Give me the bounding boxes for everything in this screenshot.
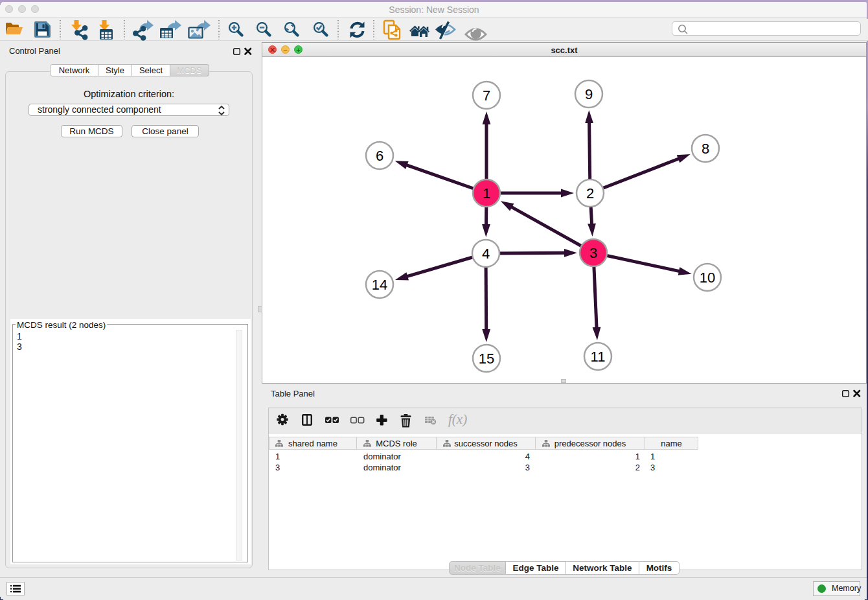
svg-text:10: 10 xyxy=(700,270,715,286)
svg-text:8: 8 xyxy=(702,141,709,157)
svg-text:9: 9 xyxy=(585,86,593,102)
svg-text:15: 15 xyxy=(479,351,494,367)
svg-text:14: 14 xyxy=(372,277,387,293)
svg-text:2: 2 xyxy=(586,185,594,202)
svg-text:11: 11 xyxy=(591,349,606,365)
svg-text:6: 6 xyxy=(376,148,383,164)
svg-text:3: 3 xyxy=(589,245,597,261)
svg-text:1: 1 xyxy=(483,185,490,202)
svg-text:7: 7 xyxy=(483,87,490,104)
svg-text:4: 4 xyxy=(482,246,490,262)
